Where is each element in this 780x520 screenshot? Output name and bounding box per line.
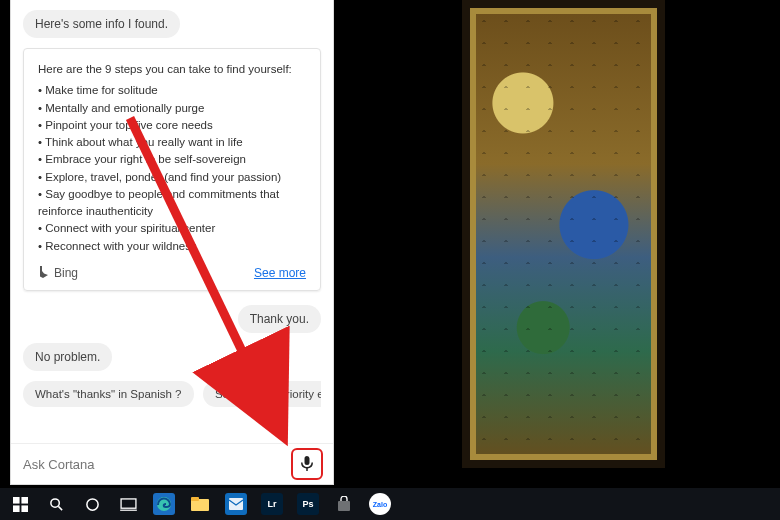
card-list-item: Say goodbye to people and commitments th… (38, 186, 306, 221)
taskbar-app-edge[interactable] (146, 493, 182, 515)
answer-card: Here are the 9 steps you can take to fin… (23, 48, 321, 291)
card-list-item: Pinpoint your top five core needs (38, 117, 306, 134)
svg-point-5 (50, 498, 58, 506)
suggestion-row: What's "thanks" in Spanish ? Send a high… (23, 381, 321, 407)
cortana-panel: Here's some info I found. Here are the 9… (10, 0, 334, 485)
svg-rect-8 (121, 498, 136, 507)
suggestion-chip[interactable]: What's "thanks" in Spanish ? (23, 381, 194, 407)
card-list-item: Make time for solitude (38, 82, 306, 99)
taskbar-app-explorer[interactable] (182, 493, 218, 515)
svg-rect-2 (21, 497, 28, 504)
start-button[interactable] (2, 488, 38, 520)
card-list: Make time for solitudeMentally and emoti… (38, 82, 306, 255)
cortana-ring-icon (85, 497, 100, 512)
svg-rect-1 (13, 497, 20, 504)
microphone-icon (300, 455, 314, 473)
svg-rect-3 (13, 505, 20, 512)
ask-cortana-input[interactable] (21, 456, 283, 473)
taskview-icon (120, 498, 137, 511)
bing-icon (38, 266, 50, 280)
svg-rect-14 (338, 501, 350, 511)
taskbar-app-store[interactable] (326, 493, 362, 515)
taskbar-app-lightroom[interactable]: Lr (254, 493, 290, 515)
ask-bar (11, 443, 333, 484)
see-more-link[interactable]: See more (254, 265, 306, 282)
card-list-item: Embrace your right to be self-sovereign (38, 151, 306, 168)
card-list-item: Think about what you really want in life (38, 134, 306, 151)
suggestion-chip[interactable]: Send a high priority email (203, 381, 321, 407)
svg-point-7 (86, 498, 97, 509)
taskview-button[interactable] (110, 488, 146, 520)
svg-rect-4 (21, 505, 28, 512)
card-list-item: Mentally and emotionally purge (38, 100, 306, 117)
wallpaper-image (462, 0, 665, 468)
bing-source: Bing (38, 265, 78, 282)
svg-rect-12 (191, 497, 199, 501)
windows-icon (13, 497, 28, 512)
conversation-area: Here's some info I found. Here are the 9… (11, 0, 333, 443)
taskbar: LrPsZalo (0, 488, 780, 520)
taskbar-app-photoshop[interactable]: Ps (290, 493, 326, 515)
svg-rect-9 (120, 509, 137, 510)
card-intro: Here are the 9 steps you can take to fin… (38, 61, 306, 78)
card-list-item: Reconnect with your wildness (38, 238, 306, 255)
card-list-item: Connect with your spiritual center (38, 220, 306, 237)
assistant-bubble: No problem. (23, 343, 112, 371)
taskbar-app-mail[interactable] (218, 493, 254, 515)
search-button[interactable] (38, 488, 74, 520)
cortana-button[interactable] (74, 488, 110, 520)
search-icon (49, 497, 64, 512)
assistant-bubble: Here's some info I found. (23, 10, 180, 38)
card-list-item: Explore, travel, ponder (and find your p… (38, 169, 306, 186)
user-bubble: Thank you. (238, 305, 321, 333)
microphone-button[interactable] (291, 448, 323, 480)
svg-line-6 (58, 506, 62, 510)
svg-rect-13 (229, 498, 243, 510)
taskbar-app-zalo[interactable]: Zalo (362, 493, 398, 515)
